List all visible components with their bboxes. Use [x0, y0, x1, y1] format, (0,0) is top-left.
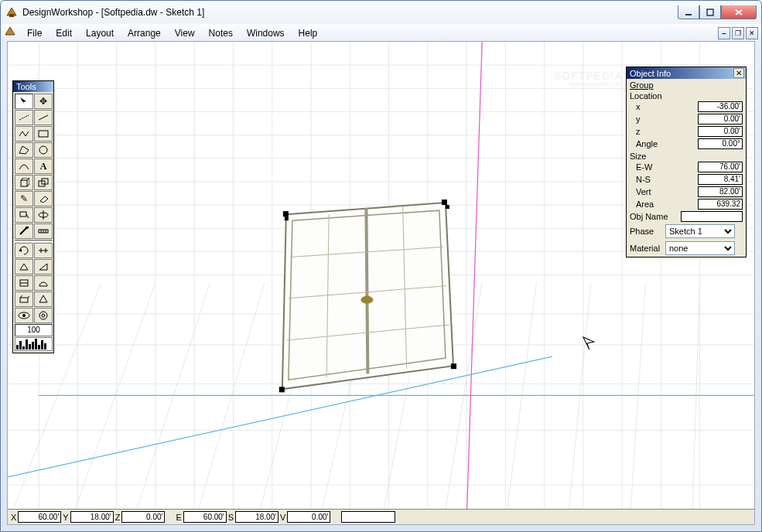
tool-rotate3d[interactable] — [34, 207, 53, 223]
svg-line-71 — [39, 115, 48, 120]
status-z-label: Z — [115, 513, 121, 522]
minimize-button[interactable] — [678, 5, 699, 19]
svg-line-57 — [366, 208, 367, 373]
x-label: x — [630, 102, 698, 111]
status-s-label: S — [228, 513, 234, 522]
svg-line-46 — [692, 283, 700, 524]
tool-line[interactable] — [34, 110, 53, 125]
svg-rect-72 — [39, 131, 48, 137]
status-v-value[interactable]: 0.00' — [287, 511, 330, 523]
zoom-value[interactable]: 100 — [15, 324, 53, 336]
svg-rect-69 — [285, 217, 289, 220]
x-value[interactable]: -36.00' — [698, 101, 743, 112]
ew-value[interactable]: 76.00' — [698, 162, 743, 172]
tool-select[interactable] — [15, 94, 33, 109]
maximize-button[interactable] — [699, 5, 721, 19]
menu-file[interactable]: File — [21, 26, 48, 40]
tool-tri2[interactable] — [34, 259, 53, 275]
status-x-label: X — [11, 513, 16, 522]
menu-arrange[interactable]: Arrange — [121, 26, 167, 40]
titlebar[interactable]: DesignWorkshop - [Softpedia.dw - Sketch … — [1, 1, 761, 24]
status-extra-value[interactable] — [341, 511, 395, 523]
tool-extrude[interactable] — [34, 175, 53, 190]
svg-rect-2 — [685, 14, 692, 15]
menu-layout[interactable]: Layout — [80, 26, 120, 40]
tool-measure[interactable] — [34, 223, 53, 239]
angle-value[interactable]: 0.00° — [698, 138, 743, 149]
svg-line-45 — [630, 283, 645, 524]
tool-eyedropper[interactable] — [15, 223, 33, 239]
location-label: Location — [627, 90, 746, 101]
ns-label: N-S — [630, 175, 698, 184]
z-value[interactable]: 0.00' — [698, 126, 743, 137]
objinfo-close-button[interactable]: ✕ — [733, 68, 744, 78]
tool-dome[interactable] — [34, 275, 53, 291]
close-button[interactable] — [721, 5, 757, 19]
angle-label: Angle — [630, 139, 698, 148]
objinfo-title[interactable]: Object Info — [630, 69, 733, 78]
svg-rect-103 — [20, 298, 28, 302]
material-label: Material — [630, 244, 665, 253]
svg-point-109 — [39, 312, 47, 319]
tool-tri[interactable] — [15, 259, 33, 275]
tool-histogram[interactable] — [15, 337, 53, 351]
tool-line-dotted[interactable] — [15, 110, 33, 125]
svg-rect-67 — [279, 387, 285, 392]
tool-text[interactable]: A — [34, 159, 53, 174]
material-select[interactable]: none — [665, 241, 735, 255]
tools-title[interactable]: Tools — [13, 81, 53, 92]
svg-line-105 — [28, 295, 29, 298]
status-e-value[interactable]: 60.00' — [183, 511, 227, 523]
tool-cone[interactable] — [34, 292, 53, 307]
objname-label: Obj Name — [630, 212, 681, 221]
status-z-value[interactable]: 0.00' — [121, 511, 165, 523]
vert-label: Vert — [630, 187, 698, 196]
svg-marker-6 — [5, 27, 15, 35]
tool-eye[interactable] — [15, 308, 33, 323]
svg-marker-98 — [20, 264, 28, 270]
objname-value[interactable] — [681, 211, 743, 222]
tool-cube[interactable] — [15, 175, 33, 190]
tool-box[interactable] — [15, 292, 33, 307]
status-x-value[interactable]: 60.00' — [18, 511, 61, 523]
menu-windows[interactable]: Windows — [241, 26, 291, 40]
tool-circle[interactable] — [34, 142, 53, 158]
svg-line-37 — [132, 283, 210, 524]
status-s-value[interactable]: 18.00' — [235, 511, 278, 523]
tool-move[interactable]: ✥ — [34, 94, 53, 109]
status-bar: X 60.00' Y 18.00' Z 0.00' E 60.00' S 18.… — [8, 509, 754, 524]
svg-rect-65 — [442, 200, 447, 205]
svg-point-74 — [39, 146, 47, 154]
status-y-value[interactable]: 18.00' — [70, 511, 114, 523]
ns-value[interactable]: 8.41' — [698, 174, 743, 185]
tool-wall[interactable] — [15, 275, 33, 291]
mdi-close-button[interactable]: ✕ — [746, 27, 758, 39]
tool-polyline[interactable] — [15, 126, 33, 142]
tool-polygon[interactable] — [15, 142, 33, 158]
tool-arc[interactable] — [15, 159, 33, 174]
tool-rect[interactable] — [34, 126, 53, 142]
mdi-restore-button[interactable]: ❐ — [732, 27, 744, 39]
mdi-minimize-button[interactable]: ‒ — [718, 27, 730, 39]
area-value[interactable]: 639.32 — [698, 199, 743, 210]
menu-help[interactable]: Help — [292, 26, 324, 40]
tool-rotate[interactable] — [15, 243, 33, 258]
tools-palette[interactable]: Tools ✥ A ✎ — [12, 80, 54, 353]
tool-snap[interactable] — [34, 243, 53, 258]
menu-view[interactable]: View — [169, 26, 201, 40]
svg-marker-83 — [40, 196, 48, 203]
status-v-label: V — [280, 513, 285, 522]
tool-paint[interactable] — [15, 207, 33, 223]
tool-eraser[interactable] — [34, 191, 53, 206]
object-info-palette[interactable]: Object Info ✕ Group Location x-36.00' y0… — [626, 66, 747, 257]
tool-pencil[interactable]: ✎ — [15, 191, 33, 206]
svg-line-43 — [505, 283, 536, 524]
tool-target[interactable] — [34, 308, 53, 323]
menu-notes[interactable]: Notes — [203, 26, 239, 40]
svg-rect-64 — [283, 211, 289, 217]
mdi-controls: ‒ ❐ ✕ — [718, 27, 758, 39]
phase-select[interactable]: Sketch 1 — [665, 224, 735, 238]
vert-value[interactable]: 82.00' — [698, 186, 743, 197]
y-value[interactable]: 0.00' — [698, 114, 743, 124]
menu-edit[interactable]: Edit — [50, 26, 78, 40]
